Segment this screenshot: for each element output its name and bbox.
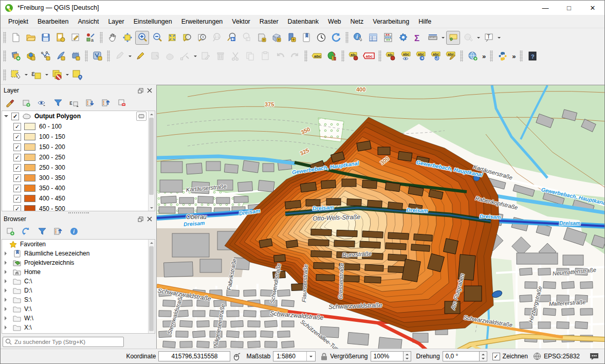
select-by-value-button[interactable] <box>70 68 84 82</box>
new-virtual-layer-button[interactable] <box>90 49 104 63</box>
zoom-next-button[interactable] <box>240 31 253 45</box>
filter-legend-button[interactable] <box>52 97 64 108</box>
magnifier-spinner[interactable] <box>404 351 411 361</box>
close-button[interactable]: ✕ <box>581 1 604 15</box>
save-edits-button[interactable] <box>148 49 162 63</box>
browser-item[interactable]: C:\ <box>2 277 155 286</box>
map-canvas[interactable]: 400375350325300Gewerbebach, HauptkanalGe… <box>156 85 605 351</box>
expand-all-button[interactable] <box>84 97 96 108</box>
extents-mouse-icon[interactable] <box>233 353 241 360</box>
browser-item[interactable]: Favoriten <box>2 240 155 249</box>
magnifier-input[interactable]: 100% <box>371 351 404 361</box>
layer-tree-scrollbar[interactable] <box>148 111 155 211</box>
browser-properties-button[interactable]: i <box>68 226 80 237</box>
toggle-editing-button[interactable] <box>133 49 147 63</box>
new-spatial-bookmark-button[interactable] <box>284 31 298 45</box>
browser-item[interactable]: D:\ <box>2 286 155 295</box>
browser-panel-float-button[interactable] <box>137 215 144 223</box>
menu-item[interactable]: Verarbeitung <box>368 16 414 27</box>
deselect-dropdown[interactable] <box>65 68 69 82</box>
data-source-manager-button[interactable] <box>9 49 23 63</box>
layer-row-output-polygon[interactable]: ✓ Output Polygon <box>2 111 155 121</box>
new-map-view-button[interactable] <box>254 31 268 45</box>
zoom-out-button[interactable] <box>150 31 164 45</box>
select-features-button[interactable] <box>9 68 23 82</box>
menu-item[interactable]: Vektor <box>227 16 254 27</box>
class-checkbox[interactable]: ✓ <box>13 133 21 141</box>
legend-class-row[interactable]: ✓ 60 - 100 <box>2 121 155 132</box>
modify-attributes-button[interactable] <box>198 49 212 63</box>
class-checkbox[interactable]: ✓ <box>13 143 21 151</box>
browser-item[interactable]: Projektverzeichnis <box>2 258 155 267</box>
paste-features-button[interactable] <box>258 49 272 63</box>
zoom-to-layer-button[interactable] <box>195 31 209 45</box>
menu-item[interactable]: Raster <box>255 16 283 27</box>
menu-item[interactable]: Hilfe <box>414 16 436 27</box>
change-label-button[interactable]: abc <box>444 49 457 63</box>
class-checkbox[interactable]: ✓ <box>13 154 21 161</box>
open-layer-styling-button[interactable] <box>5 97 16 108</box>
browser-item[interactable]: Y:\ <box>2 332 155 334</box>
filter-by-expression-button[interactable]: ε <box>68 97 80 108</box>
rotate-label-button[interactable]: abc <box>429 49 443 63</box>
layout-manager-button[interactable] <box>68 31 82 45</box>
browser-item[interactable]: Räumliche Lesezeichen <box>2 249 155 258</box>
crs-value[interactable]: EPSG:25832 <box>544 353 580 360</box>
menu-item[interactable]: Projekt <box>4 16 33 27</box>
menu-item[interactable]: Erweiterungen <box>177 16 228 27</box>
class-checkbox[interactable]: ✓ <box>13 205 21 212</box>
python-overflow-chevron[interactable]: » <box>510 52 517 60</box>
browser-item[interactable]: W:\ <box>2 314 155 323</box>
undo-button[interactable] <box>273 49 287 63</box>
select-features-dropdown[interactable] <box>24 68 28 82</box>
web-overflow-chevron[interactable]: » <box>481 52 487 60</box>
delete-selected-button[interactable] <box>213 49 227 63</box>
class-checkbox[interactable]: ✓ <box>13 195 21 203</box>
show-bookmarks-button[interactable] <box>299 31 313 45</box>
select-expression-dropdown[interactable] <box>44 68 49 82</box>
collapse-all-button[interactable] <box>100 97 112 108</box>
browser-collapse-all-button[interactable] <box>52 226 64 237</box>
class-checkbox[interactable]: ✓ <box>13 185 21 192</box>
legend-class-row[interactable]: ✓ 450 - 500 <box>2 204 155 211</box>
class-checkbox[interactable]: ✓ <box>13 164 21 172</box>
save-project-button[interactable] <box>39 31 52 45</box>
pin-unpin-labels-button[interactable]: ab <box>384 49 398 63</box>
menu-item[interactable]: Ansicht <box>73 16 103 27</box>
highlight-pinned-labels-button[interactable]: abc <box>362 49 376 63</box>
scale-combobox[interactable]: 1:5860 <box>273 351 316 361</box>
vertex-tool-dropdown[interactable] <box>193 49 197 63</box>
menu-item[interactable]: Layer <box>103 16 129 27</box>
class-checkbox[interactable]: ✓ <box>13 174 21 182</box>
feature-action-dropdown[interactable] <box>476 31 481 45</box>
map-tips-button[interactable] <box>446 31 460 45</box>
measure-button[interactable] <box>426 31 439 45</box>
messages-icon[interactable] <box>589 352 599 360</box>
statistical-summary-button[interactable]: Σ <box>411 31 425 45</box>
copy-features-button[interactable] <box>243 49 257 63</box>
new-temporary-scratch-layer-button[interactable] <box>68 49 82 63</box>
python-console-button[interactable] <box>496 49 509 63</box>
menu-item[interactable]: Netz <box>346 16 369 27</box>
legend-class-row[interactable]: ✓ 350 - 400 <box>2 183 155 193</box>
new-shapefile-layer-button[interactable] <box>39 49 52 63</box>
processing-toolbox-button[interactable] <box>396 31 410 45</box>
menu-item[interactable]: Web <box>323 16 345 27</box>
add-group-button[interactable] <box>21 97 32 108</box>
current-edits-dropdown[interactable] <box>127 49 132 63</box>
remove-layer-button[interactable] <box>116 97 127 108</box>
new-geopackage-layer-button[interactable] <box>24 49 38 63</box>
maximize-button[interactable]: □ <box>557 1 581 15</box>
browser-tree-scrollbar[interactable] <box>148 240 155 333</box>
browser-item[interactable]: X:\ <box>2 323 155 332</box>
browser-item[interactable]: V:\ <box>2 304 155 314</box>
class-checkbox[interactable]: ✓ <box>13 123 21 131</box>
measure-dropdown[interactable] <box>441 31 445 45</box>
lock-icon[interactable] <box>321 353 327 360</box>
render-checkbox[interactable]: ✓ <box>492 353 500 360</box>
zoom-full-button[interactable] <box>165 31 179 45</box>
open-project-button[interactable] <box>24 31 38 45</box>
browser-panel-close-button[interactable] <box>146 215 153 223</box>
move-label-button[interactable]: abc <box>414 49 428 63</box>
new-3d-map-view-button[interactable] <box>269 31 283 45</box>
